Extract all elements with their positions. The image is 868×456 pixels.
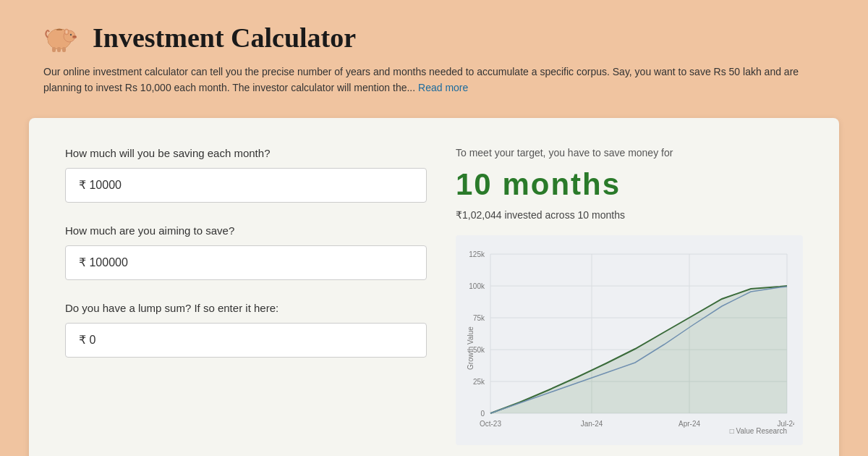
main-card: How much will you be saving each month? … — [29, 118, 839, 456]
svg-rect-9 — [56, 29, 62, 30]
monthly-savings-label: How much will you be saving each month? — [65, 147, 427, 159]
svg-text:25k: 25k — [473, 378, 485, 386]
svg-text:50k: 50k — [473, 346, 485, 354]
investment-chart: 125k 100k 75k 50k 25k 0 Growth Value Oct… — [461, 247, 794, 435]
svg-point-8 — [75, 36, 75, 37]
title-row: Investment Calculator — [43, 22, 825, 54]
lump-sum-group: Do you have a lump sum? If so enter it h… — [65, 302, 427, 358]
svg-point-4 — [66, 30, 68, 34]
svg-text:□ Value Research: □ Value Research — [730, 427, 787, 435]
chart-container: 125k 100k 75k 50k 25k 0 Growth Value Oct… — [456, 235, 803, 445]
lump-sum-label: Do you have a lump sum? If so enter it h… — [65, 302, 427, 314]
svg-text:100k: 100k — [469, 282, 485, 290]
result-main-value: 10 months — [456, 167, 803, 202]
left-panel: How much will you be saving each month? … — [65, 147, 427, 445]
target-savings-input[interactable] — [65, 245, 427, 280]
svg-text:Jan-24: Jan-24 — [581, 420, 603, 428]
lump-sum-input[interactable] — [65, 323, 427, 358]
page-title: Investment Calculator — [93, 22, 356, 54]
svg-text:0: 0 — [480, 410, 485, 418]
target-savings-group: How much are you aiming to save? — [65, 224, 427, 280]
svg-rect-12 — [62, 47, 66, 52]
svg-text:125k: 125k — [469, 250, 485, 258]
right-panel: To meet your target, you have to save mo… — [456, 147, 803, 445]
svg-point-7 — [73, 36, 74, 37]
svg-rect-10 — [52, 47, 56, 52]
read-more-link[interactable]: Read more — [418, 82, 468, 93]
svg-text:Growth Value: Growth Value — [467, 326, 475, 369]
piggy-bank-icon — [43, 22, 81, 54]
result-subtitle: To meet your target, you have to save mo… — [456, 147, 803, 159]
svg-text:75k: 75k — [473, 314, 485, 322]
result-detail: ₹1,02,044 invested across 10 months — [456, 209, 803, 221]
header-section: Investment Calculator Our online investm… — [0, 0, 868, 118]
monthly-savings-group: How much will you be saving each month? — [65, 147, 427, 203]
svg-rect-11 — [57, 47, 61, 52]
description-text: Our online investment calculator can tel… — [43, 64, 810, 96]
svg-text:Oct-23: Oct-23 — [480, 420, 501, 428]
svg-point-5 — [70, 34, 72, 35]
svg-text:Apr-24: Apr-24 — [678, 420, 700, 428]
svg-point-6 — [72, 35, 77, 38]
monthly-savings-input[interactable] — [65, 168, 427, 203]
target-savings-label: How much are you aiming to save? — [65, 224, 427, 237]
